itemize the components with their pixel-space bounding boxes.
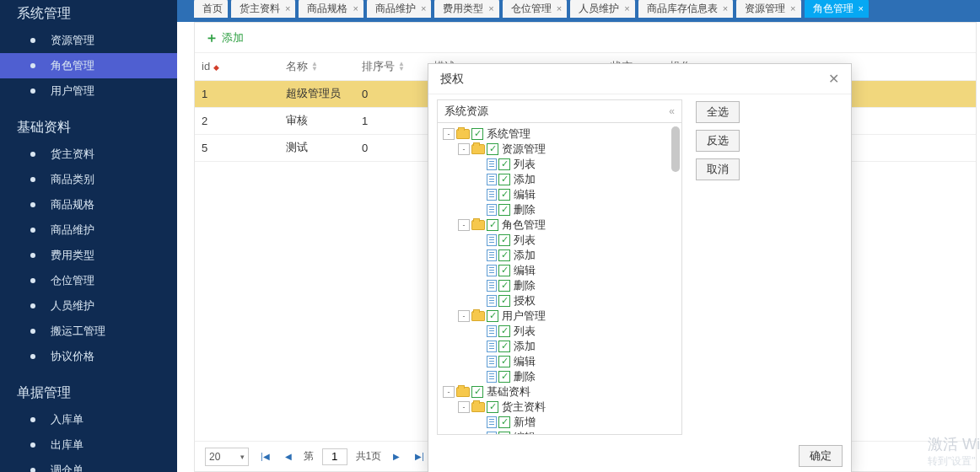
tree-node[interactable]: ✓列表 xyxy=(443,233,681,248)
tree-node[interactable]: ✓添加 xyxy=(443,172,681,187)
tree-node[interactable]: -✓系统管理 xyxy=(443,126,681,142)
close-icon[interactable]: × xyxy=(488,3,493,13)
tree-node[interactable]: ✓编辑 xyxy=(443,187,681,202)
sidebar-item-adjust[interactable]: 调仓单 xyxy=(0,458,177,472)
tree-node[interactable]: ✓新增 xyxy=(443,415,681,430)
checkbox[interactable]: ✓ xyxy=(498,371,510,383)
sidebar-item-porter-mgmt[interactable]: 搬运工管理 xyxy=(0,319,177,344)
tree-node[interactable]: -✓用户管理 xyxy=(443,308,681,324)
sidebar-item-fee-type[interactable]: 费用类型 xyxy=(0,243,177,268)
tree-node[interactable]: ✓编辑 xyxy=(443,430,681,434)
page-prev-button[interactable]: ◀ xyxy=(282,452,295,461)
sidebar-item-role-mgmt[interactable]: 角色管理 xyxy=(0,53,177,78)
page-next-button[interactable]: ▶ xyxy=(390,452,403,461)
page-number-input[interactable] xyxy=(322,448,347,465)
close-icon[interactable]: × xyxy=(624,3,629,13)
tree-toggle-icon[interactable]: - xyxy=(458,219,470,231)
tree-node[interactable]: ✓删除 xyxy=(443,369,681,384)
checkbox[interactable]: ✓ xyxy=(498,174,510,185)
checkbox[interactable]: ✓ xyxy=(498,158,510,170)
invert-button[interactable]: 反选 xyxy=(696,130,740,152)
close-icon[interactable]: × xyxy=(790,3,795,13)
tab-owner-data[interactable]: 货主资料× xyxy=(231,0,295,18)
checkbox[interactable]: ✓ xyxy=(498,280,510,292)
tree-node[interactable]: -✓基础资料 xyxy=(443,384,681,400)
close-icon[interactable]: × xyxy=(723,3,728,13)
tree-node[interactable]: ✓删除 xyxy=(443,278,681,293)
checkbox[interactable]: ✓ xyxy=(498,234,510,246)
tree-node[interactable]: ✓列表 xyxy=(443,157,681,172)
sidebar-item-inbound[interactable]: 入库单 xyxy=(0,407,177,432)
tree-toggle-icon[interactable]: - xyxy=(458,401,470,413)
sidebar-item-outbound[interactable]: 出库单 xyxy=(0,432,177,458)
checkbox[interactable]: ✓ xyxy=(487,219,498,231)
tree-node[interactable]: ✓添加 xyxy=(443,248,681,263)
sidebar-item-goods-cat[interactable]: 商品类别 xyxy=(0,167,177,192)
page-first-button[interactable]: |◀ xyxy=(257,452,273,461)
confirm-button[interactable]: 确定 xyxy=(799,445,843,467)
tree-node[interactable]: ✓授权 xyxy=(443,293,681,308)
scrollbar-thumb[interactable] xyxy=(671,126,680,172)
checkbox[interactable]: ✓ xyxy=(471,386,483,398)
tab-resource-mgmt[interactable]: 资源管理× xyxy=(736,0,800,18)
add-button[interactable]: ＋ 添加 xyxy=(205,30,244,46)
close-icon[interactable]: × xyxy=(557,3,562,13)
tab-role-mgmt[interactable]: 角色管理× xyxy=(805,0,869,18)
close-icon[interactable]: × xyxy=(859,3,864,13)
th-id[interactable]: id◆ xyxy=(195,53,279,80)
tree-toggle-icon[interactable]: - xyxy=(458,310,470,322)
tab-slot-mgmt[interactable]: 仓位管理× xyxy=(503,0,567,18)
checkbox[interactable]: ✓ xyxy=(498,249,510,261)
checkbox[interactable]: ✓ xyxy=(498,189,510,201)
close-icon[interactable]: × xyxy=(285,3,290,13)
tree-toggle-icon[interactable]: - xyxy=(458,143,470,155)
checkbox[interactable]: ✓ xyxy=(498,325,510,337)
checkbox[interactable]: ✓ xyxy=(498,416,510,428)
tab-home[interactable]: 首页 xyxy=(194,0,228,18)
tab-goods-maint[interactable]: 商品维护× xyxy=(367,0,431,18)
tree-node[interactable]: -✓角色管理 xyxy=(443,217,681,233)
close-icon[interactable]: × xyxy=(353,3,358,13)
tree-node[interactable]: ✓删除 xyxy=(443,202,681,217)
sidebar-item-user-mgmt[interactable]: 用户管理 xyxy=(0,78,177,104)
checkbox[interactable]: ✓ xyxy=(487,143,498,155)
th-name[interactable]: 名称▲▼ xyxy=(279,53,355,80)
tree-node[interactable]: ✓编辑 xyxy=(443,354,681,369)
tree-node[interactable]: -✓货主资料 xyxy=(443,400,681,415)
page-size-select[interactable]: 20 ▾ xyxy=(205,448,249,466)
sidebar-item-staff-maint[interactable]: 人员维护 xyxy=(0,293,177,319)
th-sort[interactable]: 排序号▲▼ xyxy=(355,53,427,80)
checkbox[interactable]: ✓ xyxy=(498,432,510,434)
select-all-button[interactable]: 全选 xyxy=(696,101,740,123)
checkbox[interactable]: ✓ xyxy=(487,310,498,322)
tree-toggle-icon[interactable]: - xyxy=(443,128,455,140)
close-icon[interactable]: × xyxy=(421,3,426,13)
page-last-button[interactable]: ▶| xyxy=(412,452,428,461)
checkbox[interactable]: ✓ xyxy=(487,401,498,413)
checkbox[interactable]: ✓ xyxy=(498,204,510,216)
dialog-titlebar[interactable]: 授权 ✕ xyxy=(428,64,851,94)
tree-node[interactable]: ✓添加 xyxy=(443,339,681,354)
checkbox[interactable]: ✓ xyxy=(498,295,510,307)
tab-staff-maint[interactable]: 人员维护× xyxy=(570,0,634,18)
sidebar-item-goods-spec[interactable]: 商品规格 xyxy=(0,192,177,217)
tree-node[interactable]: ✓编辑 xyxy=(443,263,681,278)
tab-goods-spec[interactable]: 商品规格× xyxy=(299,0,363,18)
tree-node[interactable]: -✓资源管理 xyxy=(443,142,681,157)
sidebar-item-slot-mgmt[interactable]: 仓位管理 xyxy=(0,268,177,293)
sidebar-item-price-agree[interactable]: 协议价格 xyxy=(0,344,177,369)
tab-fee-type[interactable]: 费用类型× xyxy=(434,0,498,18)
tree-scroll[interactable]: -✓系统管理-✓资源管理✓列表✓添加✓编辑✓删除-✓角色管理✓列表✓添加✓编辑✓… xyxy=(438,123,681,434)
tree-toggle-icon[interactable]: - xyxy=(443,386,455,398)
checkbox[interactable]: ✓ xyxy=(498,356,510,367)
tab-stock-info[interactable]: 商品库存信息表× xyxy=(638,0,733,18)
tree-node[interactable]: ✓列表 xyxy=(443,324,681,339)
sidebar-item-resource-mgmt[interactable]: 资源管理 xyxy=(0,28,177,53)
sidebar-item-owner-data[interactable]: 货主资料 xyxy=(0,142,177,167)
checkbox[interactable]: ✓ xyxy=(498,265,510,276)
checkbox[interactable]: ✓ xyxy=(471,128,483,140)
sidebar-item-goods-maint[interactable]: 商品维护 xyxy=(0,217,177,243)
cancel-button[interactable]: 取消 xyxy=(696,158,740,180)
collapse-icon[interactable]: « xyxy=(669,105,675,117)
checkbox[interactable]: ✓ xyxy=(498,341,510,352)
